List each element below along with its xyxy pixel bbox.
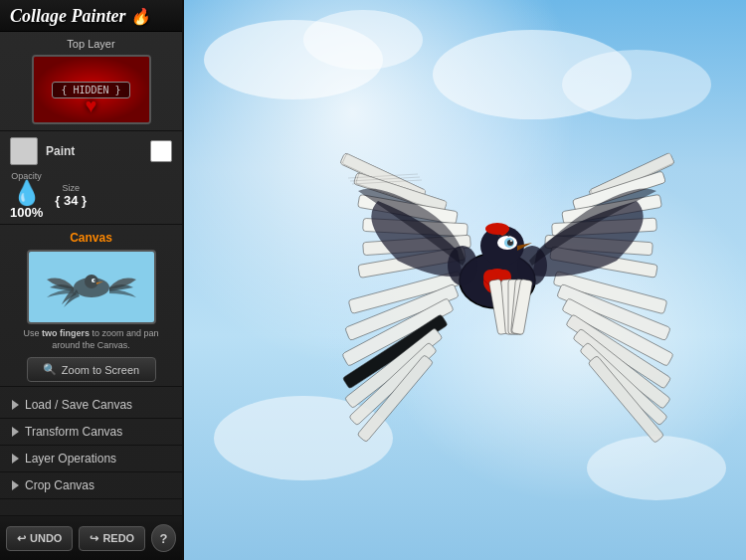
app-title: Collage Painter 🔥 (10, 6, 172, 27)
paint-color-swatch[interactable] (10, 137, 38, 165)
undo-button[interactable]: ↩ UNDO (6, 526, 73, 551)
svg-point-42 (507, 240, 513, 246)
paint-section: Paint Opacity 💧 100% Size { 34 } (0, 131, 182, 225)
canvas-thumbnail[interactable] (27, 250, 156, 324)
accordion-arrow-load-save (12, 400, 19, 410)
accordion-transform[interactable]: Transform Canvas (0, 419, 182, 446)
size-label: Size (62, 183, 80, 193)
opacity-value: 100% (10, 205, 43, 220)
canvas-section: Canvas (0, 225, 182, 387)
redo-label: REDO (102, 532, 134, 544)
redo-button[interactable]: ↪ REDO (79, 526, 145, 551)
heart-icon-layer: ♥ (86, 94, 97, 117)
size-group: Size { 34 } (55, 183, 87, 208)
paint-white-swatch[interactable] (150, 140, 172, 162)
size-value: { 34 } (55, 193, 87, 208)
accordion-arrow-layer-ops (12, 454, 19, 464)
accordion-crop[interactable]: Crop Canvas (0, 472, 182, 499)
canvas-hint-em: two fingers (42, 328, 90, 338)
accordion-arrow-transform (12, 427, 19, 437)
bird-artwork (298, 92, 716, 469)
svg-point-2 (85, 275, 98, 288)
svg-point-48 (485, 223, 509, 235)
top-layer-section: Top Layer { HIDDEN } ♥ (0, 32, 182, 131)
accordion-layer-ops[interactable]: Layer Operations (0, 446, 182, 472)
flame-icon: 🔥 (130, 7, 150, 26)
cloud-2 (303, 10, 423, 70)
zoom-to-screen-button[interactable]: 🔍 Zoom to Screen (27, 357, 156, 382)
layer-thumbnail[interactable]: { HIDDEN } ♥ (32, 55, 151, 124)
paint-row: Paint (10, 137, 172, 165)
accordion-arrow-crop (12, 480, 19, 490)
help-button[interactable]: ? (151, 524, 176, 552)
bottom-bar: ↩ UNDO ↪ REDO ? (0, 515, 182, 560)
app-header: Collage Painter 🔥 (0, 0, 182, 32)
accordion-load-save[interactable]: Load / Save Canvas (0, 392, 182, 419)
canvas-bird-silhouette (29, 252, 154, 322)
main-canvas[interactable] (184, 0, 746, 560)
accordion-label-transform: Transform Canvas (25, 425, 122, 439)
accordion-label-layer-ops: Layer Operations (25, 452, 116, 466)
redo-icon: ↪ (90, 532, 98, 545)
zoom-label: Zoom to Screen (62, 364, 139, 376)
opacity-size-row: Opacity 💧 100% Size { 34 } (10, 171, 172, 220)
help-label: ? (160, 531, 168, 546)
undo-icon: ↩ (17, 532, 26, 545)
undo-label: UNDO (30, 532, 62, 544)
canvas-hint: Use two fingers to zoom and pan around t… (10, 328, 172, 351)
opacity-group: Opacity 💧 100% (10, 171, 43, 220)
zoom-icon: 🔍 (43, 363, 57, 376)
paint-label: Paint (46, 144, 142, 158)
svg-point-4 (93, 280, 95, 281)
accordion-label-load-save: Load / Save Canvas (25, 398, 132, 412)
opacity-drop-icon: 💧 (12, 181, 42, 205)
svg-point-43 (510, 240, 512, 242)
canvas-label: Canvas (10, 231, 172, 245)
accordion: Load / Save Canvas Transform Canvas Laye… (0, 387, 182, 515)
sidebar: Collage Painter 🔥 Top Layer { HIDDEN } ♥… (0, 0, 184, 560)
app-title-text: Collage Painter (10, 6, 126, 27)
top-layer-label: Top Layer (10, 38, 172, 50)
accordion-label-crop: Crop Canvas (25, 478, 94, 492)
